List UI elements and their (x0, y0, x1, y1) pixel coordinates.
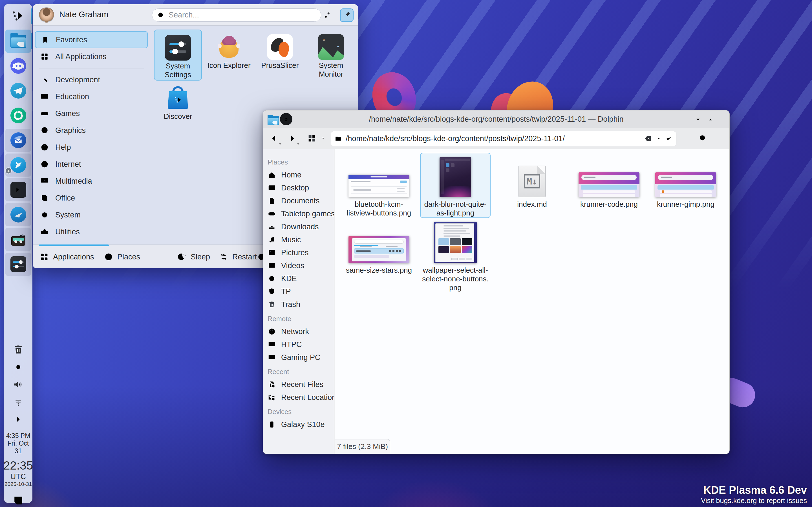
file-index.md[interactable]: M↓index.md (497, 153, 567, 209)
moon-icon (177, 252, 187, 262)
taskbar-item-discord[interactable] (4, 54, 33, 78)
maximize-button[interactable] (706, 115, 715, 124)
sidebar-item-videos[interactable]: Videos (263, 259, 334, 272)
section-header-remote: Remote (263, 311, 334, 325)
category-graphics[interactable]: Graphics (35, 122, 148, 139)
office-icon (40, 193, 49, 203)
sidebar-item-tabletop-games[interactable]: Tabletop games (263, 207, 334, 220)
category-utilities[interactable]: Utilities (35, 223, 148, 240)
sidebar-item-documents[interactable]: Documents (263, 194, 334, 207)
sidebar-item-music[interactable]: Music (263, 233, 334, 246)
pin-toggle-button[interactable] (340, 8, 354, 22)
menu-button[interactable] (713, 132, 726, 145)
hammer-icon (40, 75, 49, 84)
file-krunner-gimp.png[interactable]: krunner-gimp.png (651, 153, 721, 209)
clock-widget[interactable]: 4:35 PM Fri, Oct 31 22:35 UTC 2025-10-31 (3, 432, 33, 487)
sidebar-item-trash[interactable]: Trash (263, 298, 334, 311)
forward-button[interactable] (286, 132, 299, 145)
tray-wifi[interactable] (12, 393, 24, 411)
titlebar[interactable]: /home/nate/kde/src/blogs-kde-org/content… (263, 110, 729, 128)
file-bluetooth-kcm-listview-buttons.png[interactable]: bluetooth-kcm-listview-buttons.png (344, 153, 414, 218)
app-system-settings[interactable]: SystemSettings (154, 30, 202, 80)
search-button[interactable] (696, 132, 709, 145)
tray-trash[interactable] (12, 341, 24, 358)
close-button[interactable] (718, 115, 727, 124)
local-date-2: 31 (3, 447, 33, 455)
taskbar-item-element[interactable] (4, 103, 33, 128)
app-discover[interactable]: Discover (154, 80, 202, 131)
sidebar-item-recent-files[interactable]: Recent Files (263, 378, 334, 391)
view-mode-button[interactable] (305, 132, 318, 145)
location-confirm-button[interactable] (665, 135, 673, 143)
sidebar-item-downloads[interactable]: Downloads (263, 220, 334, 233)
thumbnail (349, 236, 409, 263)
notes-widget[interactable] (4, 492, 33, 507)
file-krunner-code.png[interactable]: krunner-code.png (574, 153, 644, 209)
category-development[interactable]: Development (35, 71, 148, 88)
minimize-button[interactable] (693, 115, 703, 124)
file-dark-blur-not-quite-as-light.png[interactable]: dark-blur-not-quite-as-light.png (420, 153, 491, 218)
file-wallpaper-select-all-select-none-buttons.png[interactable]: wallpaper-select-all-select-none-buttons… (420, 219, 491, 293)
sliders-icon (322, 10, 333, 20)
discover-icon (165, 85, 191, 111)
tray-brightness[interactable] (12, 358, 24, 376)
category-games[interactable]: Games (35, 105, 148, 122)
taskbar-item-dolphin[interactable] (4, 29, 33, 54)
keep-above-icon[interactable] (280, 113, 292, 125)
thunderbird-icon (10, 132, 26, 148)
tab-places[interactable]: Places (104, 245, 140, 268)
app-prusaslicer[interactable]: PrusaSlicer (256, 30, 304, 80)
kde-icon (267, 274, 276, 283)
sleep-button[interactable]: Sleep (177, 245, 210, 268)
taskbar-item-thunderbird[interactable] (4, 128, 33, 153)
taskbar-item-konsole[interactable] (4, 177, 33, 202)
app-icon-explorer[interactable]: Icon Explorer (205, 30, 253, 80)
tab-applications[interactable]: Applications (40, 245, 94, 268)
taskbar-item-librewolf[interactable]: + (4, 153, 33, 177)
configure-button[interactable] (321, 8, 335, 22)
sidebar-item-home[interactable]: Home (263, 168, 334, 181)
location-path[interactable]: /home/nate/kde/src/blogs-kde-org/content… (346, 134, 641, 143)
sidebar-item-desktop[interactable]: Desktop (263, 181, 334, 194)
sidebar-item-kde[interactable]: KDE (263, 272, 334, 285)
clear-location-button[interactable] (644, 134, 652, 143)
category-system[interactable]: System (35, 207, 148, 223)
taskbar-item-telegram[interactable] (4, 78, 33, 103)
tray-volume[interactable] (12, 376, 24, 393)
back-button[interactable] (267, 132, 281, 145)
category-education[interactable]: Education (35, 88, 148, 105)
location-bar[interactable]: /home/nate/kde/src/blogs-kde-org/content… (331, 131, 676, 146)
taskbar-item-falkon[interactable] (4, 202, 33, 227)
prompt-icon (14, 185, 23, 194)
sidebar-item-gaming-pc[interactable]: Gaming PC (263, 351, 334, 364)
file-view[interactable]: 7 files (2.3 MiB) bluetooth-kcm-listview… (335, 149, 729, 454)
category-help[interactable]: Help (35, 139, 148, 156)
taskbar-item-kickoff[interactable] (4, 4, 33, 29)
location-dropdown-button[interactable] (655, 135, 662, 142)
category-internet[interactable]: Internet (35, 156, 148, 173)
tray-expand[interactable] (12, 411, 24, 428)
app-system-monitor[interactable]: ❝❝SystemMonitor (307, 30, 355, 80)
taskbar-item-system-settings[interactable] (4, 252, 33, 277)
taskbar-item-audacious[interactable] (4, 227, 33, 252)
window-title: /home/nate/kde/src/blogs-kde-org/content… (319, 110, 673, 128)
sidebar-item-tp[interactable]: TP (263, 285, 334, 298)
sidebar-item-recent-locations[interactable]: Recent Locations (263, 391, 334, 404)
sidebar-item-pictures[interactable]: Pictures (263, 246, 334, 259)
category-multimedia[interactable]: Multimedia (35, 173, 148, 189)
sidebar-item-network[interactable]: Network (263, 325, 334, 338)
user-avatar[interactable] (39, 7, 54, 22)
restart-button[interactable]: Restart (219, 245, 257, 268)
file-same-size-stars.png[interactable]: same-size-stars.png (344, 219, 414, 275)
sidebar-item-galaxy-s10e[interactable]: Galaxy S10e (263, 418, 334, 431)
category-all-applications[interactable]: All Applications (35, 48, 148, 65)
category-favorites[interactable]: Favorites (35, 31, 148, 48)
thumbnail (434, 222, 477, 263)
chevron-down-icon (320, 135, 326, 141)
system-tray: 4:35 PM Fri, Oct 31 22:35 UTC 2025-10-31 (4, 341, 33, 507)
sidebar-item-htpc[interactable]: HTPC (263, 338, 334, 351)
split-view-button[interactable] (680, 132, 693, 145)
view-mode-dropdown[interactable] (319, 132, 327, 145)
search-input[interactable]: Search... (152, 8, 321, 22)
category-office[interactable]: Office (35, 189, 148, 207)
